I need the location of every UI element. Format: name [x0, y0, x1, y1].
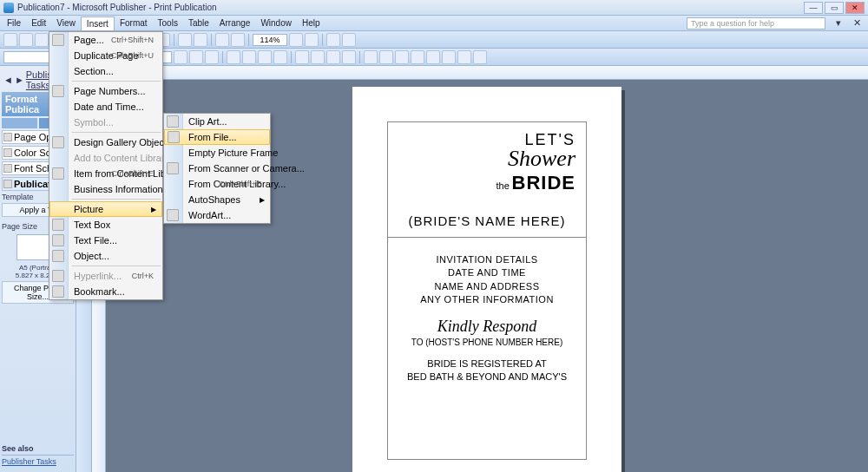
picture-menu-item-label: WordArt...: [188, 210, 231, 220]
italic-icon[interactable]: [189, 50, 203, 64]
insert-menu-page[interactable]: Page...Ctrl+Shift+N: [49, 32, 162, 48]
registry-text: BRIDE IS REGISTERED AT BED BATH & BEYOND…: [388, 357, 586, 384]
bring-front-icon[interactable]: [215, 33, 229, 47]
insert-menu-date-and-time[interactable]: Date and Time...: [49, 99, 162, 115]
menu-help[interactable]: Help: [297, 16, 326, 30]
insert-menu-item-from-content-library[interactable]: Item from Content Library...Ctrl+Shift+E: [49, 166, 162, 181]
insert-menu-item-shortcut: Ctrl+Shift+U: [111, 51, 154, 60]
menu-tools[interactable]: Tools: [153, 16, 183, 30]
menubar: File Edit View Insert Format Tools Table…: [0, 16, 868, 31]
zoom-select[interactable]: 114%: [253, 34, 287, 46]
see-also-label: See also: [2, 444, 74, 453]
insert-menu-text-file[interactable]: Text File...: [49, 233, 162, 248]
insert-menu-item-label: Text File...: [74, 235, 117, 246]
indent-inc-icon[interactable]: [342, 50, 356, 64]
insert-menu-item-label: Page Numbers...: [74, 86, 146, 96]
insert-menu-item-icon: [52, 234, 64, 246]
fill-color-icon[interactable]: [379, 50, 393, 64]
menu-separator: [72, 266, 161, 266]
insert-menu-item-label: Text Box: [74, 220, 110, 230]
minimize-button[interactable]: —: [804, 2, 823, 14]
page-options-icon: [3, 133, 12, 141]
numbering-icon[interactable]: [311, 50, 325, 64]
picture-menu-from-scanner-or-camera[interactable]: From Scanner or Camera...: [164, 161, 270, 176]
close-button[interactable]: ✕: [845, 2, 865, 14]
menu-separator: [72, 81, 161, 82]
insert-menu-design-gallery-object[interactable]: Design Gallery Object...: [49, 134, 162, 150]
menu-file[interactable]: File: [2, 16, 26, 30]
insert-menu-object[interactable]: Object...: [49, 248, 162, 264]
publisher-tasks-link[interactable]: Publisher Tasks: [2, 457, 74, 466]
insert-menu-add-to-content-library: Add to Content Library...: [49, 150, 162, 166]
3d-icon[interactable]: [473, 50, 487, 64]
detail-line-1: INVITATION DETAILS: [388, 253, 586, 266]
document-page[interactable]: LET'S Shower the BRIDE (BRIDE'S NAME HER…: [352, 87, 621, 472]
insert-menu-section[interactable]: Section...: [49, 63, 162, 79]
insert-menu-item-label: Design Gallery Object...: [74, 137, 174, 148]
align-right-icon[interactable]: [258, 50, 272, 64]
insert-menu-text-box[interactable]: Text Box: [49, 217, 162, 233]
insert-menu-item-icon: [52, 34, 64, 46]
picture-menu-empty-picture-frame[interactable]: Empty Picture Frame: [164, 145, 270, 161]
arrow-style-icon[interactable]: [442, 50, 456, 64]
font-color-icon[interactable]: [364, 50, 378, 64]
menu-insert[interactable]: Insert: [81, 16, 115, 30]
new-icon[interactable]: [3, 33, 17, 47]
insert-menu-item-label: Bookmark...: [74, 286, 125, 297]
shadow-icon[interactable]: [457, 50, 471, 64]
undo-icon[interactable]: [178, 33, 192, 47]
color-schemes-icon: [3, 148, 12, 157]
underline-icon[interactable]: [205, 50, 219, 64]
menu-edit[interactable]: Edit: [26, 16, 51, 30]
bullets-icon[interactable]: [295, 50, 309, 64]
open-icon[interactable]: [19, 33, 33, 47]
close-doc-button[interactable]: ✕: [848, 17, 866, 29]
redo-icon[interactable]: [194, 33, 207, 47]
tab-a[interactable]: [2, 118, 37, 128]
menu-window[interactable]: Window: [255, 16, 297, 30]
insert-menu-symbol: Symbol...: [49, 115, 162, 130]
maximize-button[interactable]: ▭: [825, 2, 844, 14]
menu-separator: [72, 132, 161, 133]
bold-icon[interactable]: [174, 50, 187, 64]
insert-menu-page-numbers[interactable]: Page Numbers...: [49, 83, 162, 99]
picture-menu-autoshapes[interactable]: AutoShapes▶: [164, 192, 270, 207]
picture-menu-item-icon: [167, 209, 179, 221]
line-style-icon[interactable]: [411, 50, 424, 64]
help-search[interactable]: Type a question for help: [687, 17, 825, 30]
insert-menu-item-label: Symbol...: [74, 117, 114, 128]
indent-dec-icon[interactable]: [326, 50, 340, 64]
menu-arrange[interactable]: Arrange: [214, 16, 256, 30]
picture-menu-from-content-library[interactable]: From Content Library...Ctrl+Shift+E: [164, 176, 270, 192]
save-icon[interactable]: [35, 33, 49, 47]
menu-view[interactable]: View: [51, 16, 81, 30]
horizontal-ruler[interactable]: [92, 66, 868, 80]
insert-menu-picture[interactable]: Picture▶: [49, 201, 162, 217]
justify-icon[interactable]: [273, 50, 287, 64]
zoom-in-icon[interactable]: [305, 33, 319, 47]
help-dropdown-arrow[interactable]: ▾: [831, 17, 846, 29]
picture-submenu: Clip Art...From File...Empty Picture Fra…: [163, 113, 271, 224]
special-chars-icon[interactable]: [326, 33, 340, 47]
send-back-icon[interactable]: [231, 33, 245, 47]
insert-menu-item-label: Section...: [74, 66, 114, 76]
menu-format[interactable]: Format: [115, 16, 153, 30]
kindly-respond-text: Kindly Respond: [388, 318, 586, 336]
align-left-icon[interactable]: [227, 50, 240, 64]
picture-menu-from-file[interactable]: From File...: [164, 129, 270, 145]
line-color-icon[interactable]: [395, 50, 409, 64]
detail-line-2: DATE AND TIME: [388, 266, 586, 279]
align-center-icon[interactable]: [242, 50, 256, 64]
insert-menu-business-information[interactable]: Business Information...: [49, 181, 162, 197]
picture-menu-item-label: Clip Art...: [188, 116, 227, 127]
dash-style-icon[interactable]: [426, 50, 440, 64]
help-icon[interactable]: [342, 33, 356, 47]
picture-menu-clip-art[interactable]: Clip Art...: [164, 114, 270, 129]
fwd-icon[interactable]: ►: [15, 75, 24, 85]
menu-table[interactable]: Table: [183, 16, 214, 30]
back-icon[interactable]: ◄: [3, 75, 13, 85]
insert-menu-bookmark[interactable]: Bookmark...: [49, 284, 162, 299]
zoom-out-icon[interactable]: [289, 33, 303, 47]
insert-menu-duplicate-page[interactable]: Duplicate PageCtrl+Shift+U: [49, 48, 162, 63]
picture-menu-wordart[interactable]: WordArt...: [164, 207, 270, 223]
